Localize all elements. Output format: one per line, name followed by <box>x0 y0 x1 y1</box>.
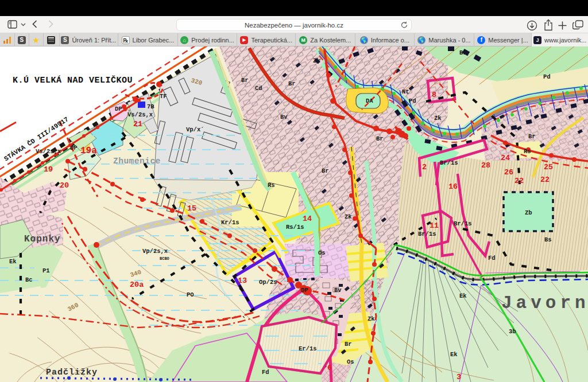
svg-text:Vp/x´: Vp/x´ <box>186 126 204 133</box>
svg-text:K.Ú VELKÁ NAD VELIČKOU: K.Ú VELKÁ NAD VELIČKOU <box>13 75 133 85</box>
svg-text:19a: 19a <box>80 146 97 156</box>
svg-text:15: 15 <box>187 204 196 213</box>
svg-text:DP: DP <box>115 106 122 112</box>
svg-text:19: 19 <box>44 165 53 174</box>
svg-text:Br: Br <box>376 135 384 142</box>
svg-text:28: 28 <box>481 161 490 170</box>
svg-text:Kr/1s: Kr/1s <box>221 219 239 226</box>
svg-text:25: 25 <box>544 163 553 171</box>
svg-text:Os: Os <box>318 250 326 256</box>
svg-text:Vs/2s,x: Vs/2s,x <box>127 111 153 118</box>
svg-text:DP: DP <box>70 145 78 151</box>
svg-text:2: 2 <box>422 163 427 171</box>
svg-text:Ek: Ek <box>9 258 17 265</box>
svg-text:Zhumenice: Zhumenice <box>113 157 161 166</box>
svg-text:Pd: Pd <box>543 73 551 80</box>
svg-text:13: 13 <box>238 276 247 285</box>
svg-text:P1: P1 <box>42 267 50 274</box>
svg-text:3: 3 <box>457 373 461 381</box>
svg-text:Er/1s: Er/1s <box>299 345 317 352</box>
svg-text:22: 22 <box>540 176 550 184</box>
svg-text:11: 11 <box>430 221 439 230</box>
svg-text:Javorn: Javorn <box>501 293 588 313</box>
svg-text:Rs: Rs <box>524 148 531 155</box>
svg-text:Br: Br <box>528 133 536 140</box>
svg-text:8: 8 <box>432 91 436 99</box>
svg-text:Zk: Zk <box>368 315 375 322</box>
svg-text:14: 14 <box>303 215 312 223</box>
svg-text:26: 26 <box>504 168 513 177</box>
svg-text:Br: Br <box>241 77 249 84</box>
svg-text:Zk: Zk <box>345 213 352 220</box>
svg-text:Cd: Cd <box>255 85 262 92</box>
svg-text:20a: 20a <box>130 280 144 289</box>
svg-text:Br: Br <box>288 80 296 87</box>
svg-text:Op/2s: Op/2s <box>259 279 277 286</box>
svg-text:PO: PO <box>187 291 194 298</box>
svg-text:7B: 7B <box>147 103 154 110</box>
svg-text:Pd: Pd <box>409 98 416 104</box>
svg-text:Ek: Ek <box>450 351 458 358</box>
svg-text:16: 16 <box>448 182 458 191</box>
svg-text:Br: Br <box>322 167 329 174</box>
svg-text:3b: 3b <box>509 328 516 335</box>
svg-text:Padčližky: Padčližky <box>46 368 98 377</box>
svg-text:Vp/2s,x: Vp/2s,x <box>142 248 168 255</box>
svg-text:Ek: Ek <box>459 293 467 299</box>
svg-text:6: 6 <box>327 364 332 372</box>
svg-text:Vs/2s,x: Vs/2s,x <box>36 148 61 155</box>
svg-text:24: 24 <box>501 154 510 162</box>
svg-text:Br/1s: Br/1s <box>440 159 458 166</box>
svg-text:DP: DP <box>301 287 308 294</box>
svg-text:Bs: Bs <box>544 236 552 243</box>
svg-text:Br/1s: Br/1s <box>418 231 436 237</box>
svg-text:Bv: Bv <box>280 114 288 120</box>
svg-text:21: 21 <box>133 120 142 128</box>
svg-text:Bs: Bs <box>459 49 467 56</box>
svg-text:Rs: Rs <box>268 182 275 189</box>
svg-text:Zb: Zb <box>525 209 532 216</box>
svg-text:Bc: Bc <box>25 276 33 283</box>
svg-text:Br: Br <box>345 341 352 348</box>
svg-text:Rs/1s: Rs/1s <box>286 224 304 231</box>
svg-text:Br/1s: Br/1s <box>454 220 472 227</box>
svg-text:Fd: Fd <box>262 369 269 376</box>
svg-text:DA: DA <box>366 98 373 104</box>
svg-text:BCBO: BCBO <box>160 256 169 261</box>
svg-text:Bv: Bv <box>334 287 342 294</box>
svg-text:Os: Os <box>347 358 354 365</box>
svg-text:Zk: Zk <box>313 57 320 64</box>
svg-text:Kopnky: Kopnky <box>24 234 61 244</box>
svg-text:20: 20 <box>60 181 69 190</box>
svg-text:Fd: Fd <box>488 255 496 262</box>
svg-text:Nt: Nt <box>402 88 409 95</box>
svg-text:Zk: Zk <box>434 115 442 122</box>
svg-text:22: 22 <box>514 177 524 185</box>
svg-text:TF: TF <box>160 93 167 100</box>
